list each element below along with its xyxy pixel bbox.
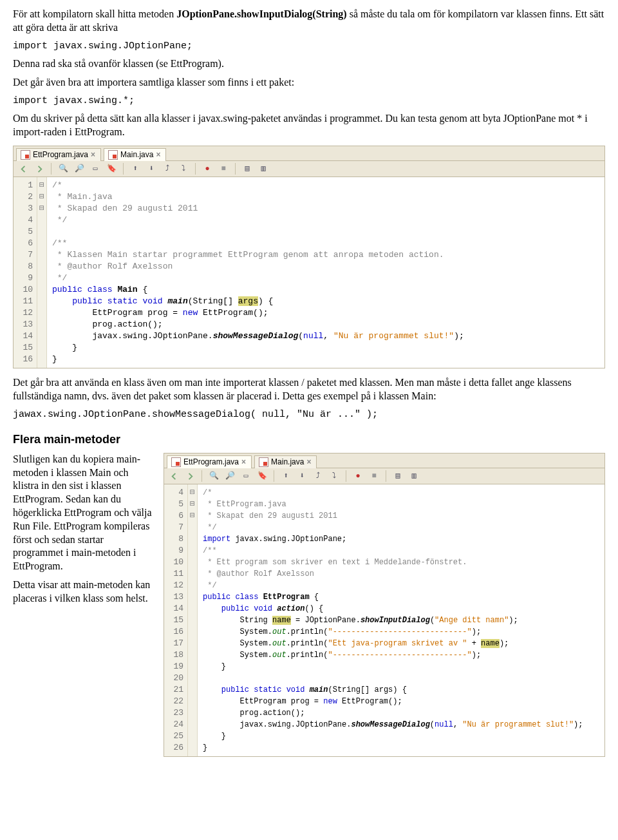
separator: [386, 470, 386, 482]
tab-bar: EttProgram.java × Main.java ×: [164, 453, 604, 469]
tab-main[interactable]: Main.java ×: [254, 455, 317, 469]
fold-column[interactable]: ⊟ ⊟ ⊟: [37, 177, 47, 368]
tab-label: EttProgram.java: [33, 150, 88, 160]
text: För att kompilatorn skall hitta metoden: [13, 8, 176, 19]
macro-stop-icon[interactable]: ■: [368, 470, 380, 482]
close-icon[interactable]: ×: [91, 150, 95, 160]
toggle-bookmark-icon[interactable]: 🔖: [106, 163, 117, 175]
macro-record-icon[interactable]: ●: [201, 163, 213, 175]
history-forward-icon[interactable]: [33, 163, 45, 175]
paragraph: Denna rad ska stå ovanför klassen (se Et…: [13, 57, 605, 71]
ide-editor-main: EttProgram.java × Main.java × 🔍 🔎 ▭ 🔖 ⬆ …: [13, 146, 605, 369]
find-prev-icon[interactable]: 🔎: [224, 470, 236, 482]
next-bookmark-icon[interactable]: ⬇: [296, 470, 308, 482]
fold-column[interactable]: ⊟ ⊟ ⊟: [188, 484, 198, 756]
history-forward-icon[interactable]: [184, 470, 196, 482]
prev-error-icon[interactable]: ⤴: [162, 163, 173, 175]
tab-ettprogram[interactable]: EttProgram.java ×: [16, 148, 101, 162]
separator: [346, 470, 346, 482]
next-bookmark-icon[interactable]: ⬇: [145, 163, 157, 175]
two-column: Slutligen kan du kopiera main-metoden i …: [13, 453, 605, 758]
code-line: import javax.swing.JOptionPane;: [13, 40, 605, 53]
highlight-icon[interactable]: ▭: [240, 470, 252, 482]
editor-toolbar: 🔍 🔎 ▭ 🔖 ⬆ ⬇ ⤴ ⤵ ● ■ ▤ ▥: [14, 161, 604, 177]
paragraph: Det går även bra att importera samtliga …: [13, 76, 605, 90]
separator: [274, 470, 274, 482]
highlight-icon[interactable]: ▭: [89, 163, 101, 175]
paragraph: Det går bra att använda en klass även om…: [13, 376, 605, 403]
tab-label: EttProgram.java: [183, 457, 239, 468]
editor-body: 4 5 6 7 8 9 10 11 12 13 14 15 16 17 18 1…: [164, 484, 604, 756]
prev-bookmark-icon[interactable]: ⬆: [129, 163, 141, 175]
close-icon[interactable]: ×: [241, 457, 246, 468]
find-selection-icon[interactable]: 🔍: [57, 163, 69, 175]
tab-label: Main.java: [120, 150, 153, 160]
paragraph: Slutligen kan du kopiera main-metoden i …: [13, 453, 154, 573]
editor-body: 1 2 3 4 5 6 7 8 9 10 11 12 13 14 15 16 ⊟…: [14, 177, 604, 368]
paragraph: För att kompilatorn skall hitta metoden …: [13, 8, 605, 35]
find-selection-icon[interactable]: 🔍: [208, 470, 220, 482]
uncomment-icon[interactable]: ▥: [258, 163, 269, 175]
tab-ettprogram[interactable]: EttProgram.java ×: [167, 455, 252, 469]
tab-main[interactable]: Main.java ×: [104, 148, 166, 162]
tab-bar: EttProgram.java × Main.java ×: [14, 146, 604, 162]
separator: [235, 163, 236, 175]
next-error-icon[interactable]: ⤵: [328, 470, 340, 482]
java-file-icon: [108, 150, 118, 160]
separator: [201, 470, 202, 482]
code-line: jawax.swing.JOptionPane.showMessageDialo…: [13, 408, 605, 421]
find-prev-icon[interactable]: 🔎: [73, 163, 85, 175]
code-line: import javax.swing.*;: [13, 95, 605, 108]
macro-stop-icon[interactable]: ■: [218, 163, 229, 175]
method-name: JOptionPane.showInputDialog(String): [176, 8, 347, 19]
close-icon[interactable]: ×: [306, 457, 311, 468]
prev-error-icon[interactable]: ⤴: [312, 470, 324, 482]
comment-icon[interactable]: ▤: [241, 163, 253, 175]
history-back-icon[interactable]: [168, 470, 180, 482]
uncomment-icon[interactable]: ▥: [408, 470, 420, 482]
right-column: EttProgram.java × Main.java × 🔍 🔎 ▭ 🔖 ⬆: [164, 453, 605, 758]
java-file-icon: [21, 150, 30, 160]
macro-record-icon[interactable]: ●: [352, 470, 364, 482]
source-code[interactable]: /* * Main.java * Skapad den 29 augusti 2…: [47, 177, 604, 368]
tab-label: Main.java: [271, 457, 304, 468]
paragraph: Detta visar att main-metoden kan placera…: [13, 578, 154, 606]
next-error-icon[interactable]: ⤵: [178, 163, 189, 175]
close-icon[interactable]: ×: [156, 150, 160, 160]
heading-flera-main: Flera main-metoder: [13, 432, 605, 447]
source-code[interactable]: /* * EttProgram.java * Skapat den 29 aug…: [198, 484, 604, 756]
paragraph: Om du skriver på detta sätt kan alla kla…: [13, 112, 605, 139]
editor-toolbar: 🔍 🔎 ▭ 🔖 ⬆ ⬇ ⤴ ⤵ ● ■ ▤ ▥: [164, 468, 604, 484]
toggle-bookmark-icon[interactable]: 🔖: [256, 470, 268, 482]
history-back-icon[interactable]: [17, 163, 29, 175]
separator: [51, 163, 52, 175]
ide-editor-ettprogram: EttProgram.java × Main.java × 🔍 🔎 ▭ 🔖 ⬆: [164, 453, 605, 758]
java-file-icon: [171, 457, 181, 467]
line-numbers: 4 5 6 7 8 9 10 11 12 13 14 15 16 17 18 1…: [164, 484, 188, 756]
comment-icon[interactable]: ▤: [392, 470, 404, 482]
left-column: Slutligen kan du kopiera main-metoden i …: [13, 453, 154, 611]
java-file-icon: [259, 457, 268, 467]
line-numbers: 1 2 3 4 5 6 7 8 9 10 11 12 13 14 15 16: [14, 177, 37, 368]
separator: [123, 163, 124, 175]
separator: [195, 163, 196, 175]
prev-bookmark-icon[interactable]: ⬆: [280, 470, 292, 482]
